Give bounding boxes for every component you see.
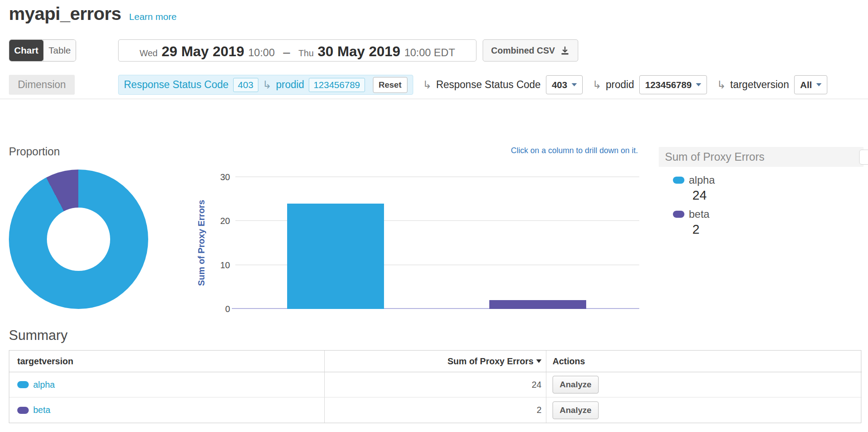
drilldown-label-targetversion: targetversion	[730, 79, 789, 91]
legend-item: beta 2	[673, 208, 864, 242]
breadcrumb-crumb-label[interactable]: Response Status Code	[124, 79, 229, 91]
combined-csv-label: Combined CSV	[491, 46, 555, 56]
beta-actions-cell: Analyze	[546, 397, 862, 423]
beta-swatch	[673, 211, 684, 218]
y-tick-label: 30	[212, 172, 230, 182]
alpha-actions-cell: Analyze	[546, 372, 862, 397]
date-range-separator: –	[283, 45, 290, 59]
table-row: beta	[9, 397, 324, 423]
reset-button[interactable]: Reset	[373, 77, 407, 93]
legend-item-label: beta	[689, 208, 710, 220]
gridline	[235, 177, 639, 177]
date-range-end-date: 30 May 2019	[318, 43, 400, 60]
sort-caret-icon	[536, 359, 542, 363]
chevron-down-icon	[816, 83, 822, 86]
column-header-label: Sum of Proxy Errors	[447, 356, 534, 366]
bar-alpha[interactable]	[287, 204, 384, 309]
drill-arrow-icon: ↳	[592, 80, 601, 90]
column-header-label: Actions	[553, 356, 585, 366]
chevron-down-icon	[696, 83, 701, 86]
beta-value-cell: 2	[324, 397, 546, 423]
beta-swatch	[17, 407, 29, 414]
analyze-button-alpha[interactable]: Analyze	[553, 376, 599, 393]
date-range-start-day: Wed	[139, 48, 157, 58]
drilldown-label-prodid: prodid	[606, 79, 634, 91]
page-title: myapi_errors	[9, 4, 121, 24]
date-range-start-time: 10:00	[248, 46, 275, 59]
drilldown-select-targetversion[interactable]: All	[794, 75, 827, 94]
legend-item: alpha 24	[673, 174, 864, 208]
column-header-targetversion: targetversion	[9, 351, 324, 372]
chart-tab-button[interactable]: Chart	[9, 40, 43, 61]
legend-item-label: alpha	[689, 174, 715, 186]
drill-arrow-icon: ↳	[717, 80, 726, 90]
drilldown-label-response-status-code: Response Status Code	[436, 79, 541, 91]
legend-items: alpha 24 beta 2	[659, 167, 864, 242]
drilldown-select-prodid[interactable]: 123456789	[639, 75, 707, 94]
view-toggle: Chart Table	[9, 39, 76, 62]
legend-header: Sum of Proxy Errors	[659, 147, 864, 167]
legend-item-value: 2	[692, 220, 864, 242]
bar-beta[interactable]	[489, 300, 586, 309]
drill-arrow-icon: ↳	[263, 80, 272, 90]
filter-row: Dimension Response Status Code 403 ↳ pro…	[9, 75, 827, 95]
drill-arrow-icon: ↳	[423, 80, 432, 90]
proportion-title: Proportion	[9, 145, 60, 158]
beta-link[interactable]: beta	[33, 405, 50, 415]
date-range-end-time: 10:00 EDT	[404, 46, 455, 59]
header: myapi_errors Learn more	[9, 4, 177, 24]
donut-chart[interactable]	[9, 170, 148, 309]
legend-panel: Sum of Proxy Errors alpha 24 beta 2	[659, 147, 864, 242]
column-header-actions: Actions	[546, 351, 862, 372]
date-range-picker[interactable]: Wed 29 May 2019 10:00 – Thu 30 May 2019 …	[118, 39, 476, 62]
drilldown-selected-value: All	[800, 80, 812, 90]
drilldown-selected-value: 403	[552, 80, 567, 90]
breadcrumb-crumb-label[interactable]: prodid	[276, 79, 304, 91]
alpha-swatch	[673, 177, 684, 184]
legend-item-value: 24	[692, 186, 864, 208]
alpha-swatch	[17, 381, 29, 388]
date-range-end-day: Thu	[299, 48, 314, 58]
breadcrumb-crumb-value[interactable]: 123456789	[309, 78, 365, 92]
table-tab-button[interactable]: Table	[43, 40, 76, 61]
column-header-label: targetversion	[17, 356, 73, 366]
summary-title: Summary	[9, 328, 68, 343]
combined-csv-button[interactable]: Combined CSV	[483, 39, 578, 62]
drilldown-selected-value: 123456789	[645, 80, 691, 90]
legend-title: Sum of Proxy Errors	[665, 150, 764, 163]
chevron-down-icon	[572, 83, 577, 86]
bar-chart: 0102030	[235, 177, 639, 309]
drill-hint: Click on a column to drill down on it.	[235, 146, 638, 155]
drill-breadcrumb: Response Status Code 403 ↳ prodid 123456…	[118, 75, 413, 95]
y-tick-label: 10	[212, 260, 230, 270]
report-page: myapi_errors Learn more Chart Table Wed …	[0, 0, 868, 432]
y-axis-title: Sum of Proxy Errors	[196, 177, 207, 309]
alpha-link[interactable]: alpha	[33, 380, 55, 390]
learn-more-link[interactable]: Learn more	[129, 12, 177, 22]
donut-hole	[47, 208, 110, 271]
section-divider	[0, 99, 868, 99]
y-tick-label: 20	[212, 216, 230, 226]
summary-table: targetversion Sum of Proxy Errors Action…	[9, 350, 861, 423]
alpha-value-cell: 24	[324, 372, 546, 397]
date-range-start-date: 29 May 2019	[161, 43, 244, 60]
legend-collapse-button[interactable]	[859, 150, 868, 165]
dimension-label: Dimension	[9, 75, 75, 95]
analyze-button-beta[interactable]: Analyze	[553, 401, 599, 419]
breadcrumb-crumb-value[interactable]: 403	[233, 78, 258, 92]
table-row: alpha	[9, 372, 324, 397]
download-icon	[560, 46, 570, 55]
column-header-sum-of-proxy-errors[interactable]: Sum of Proxy Errors	[324, 351, 546, 372]
drilldown-select-response-status-code[interactable]: 403	[546, 75, 583, 94]
y-tick-label: 0	[212, 304, 230, 314]
